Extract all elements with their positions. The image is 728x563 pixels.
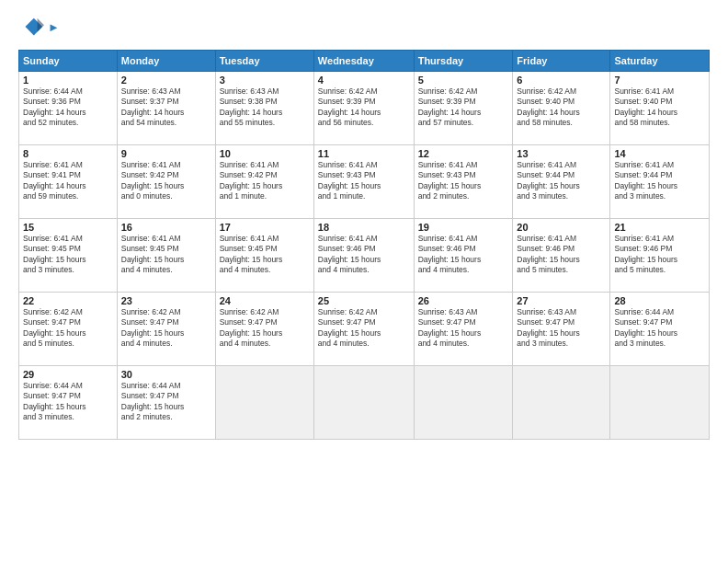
day-info: Sunrise: 6:43 AM Sunset: 9:47 PM Dayligh… [418, 307, 509, 350]
calendar-week-5: 29Sunrise: 6:44 AM Sunset: 9:47 PM Dayli… [19, 366, 710, 440]
day-info: Sunrise: 6:43 AM Sunset: 9:47 PM Dayligh… [517, 307, 606, 350]
day-number: 1 [23, 75, 113, 86]
day-info: Sunrise: 6:42 AM Sunset: 9:47 PM Dayligh… [318, 307, 410, 350]
day-info: Sunrise: 6:43 AM Sunset: 9:37 PM Dayligh… [121, 86, 211, 129]
day-info: Sunrise: 6:41 AM Sunset: 9:46 PM Dayligh… [418, 234, 509, 276]
day-number: 21 [614, 222, 705, 233]
day-number: 24 [220, 295, 310, 306]
calendar-cell: 8Sunrise: 6:41 AM Sunset: 9:41 PM Daylig… [19, 145, 118, 219]
weekday-header-saturday: Saturday [610, 51, 710, 72]
day-info: Sunrise: 6:42 AM Sunset: 9:47 PM Dayligh… [220, 307, 310, 350]
day-info: Sunrise: 6:41 AM Sunset: 9:45 PM Dayligh… [23, 234, 113, 276]
day-info: Sunrise: 6:41 AM Sunset: 9:45 PM Dayligh… [121, 234, 211, 276]
calendar-cell: 24Sunrise: 6:42 AM Sunset: 9:47 PM Dayli… [215, 293, 313, 366]
calendar-cell [610, 366, 710, 440]
day-info: Sunrise: 6:41 AM Sunset: 9:40 PM Dayligh… [614, 86, 705, 129]
day-number: 16 [121, 222, 211, 233]
day-number: 6 [517, 75, 606, 86]
weekday-header-row: SundayMondayTuesdayWednesdayThursdayFrid… [19, 51, 710, 72]
day-number: 13 [517, 148, 606, 159]
day-number: 30 [121, 369, 211, 380]
day-number: 10 [220, 148, 310, 159]
day-number: 28 [614, 295, 705, 306]
day-number: 19 [418, 222, 509, 233]
weekday-header-monday: Monday [117, 51, 215, 72]
calendar-week-1: 1Sunrise: 6:44 AM Sunset: 9:36 PM Daylig… [19, 72, 710, 145]
day-number: 8 [23, 148, 113, 159]
day-number: 11 [318, 148, 410, 159]
calendar-cell: 5Sunrise: 6:42 AM Sunset: 9:39 PM Daylig… [414, 72, 513, 145]
calendar-cell: 6Sunrise: 6:42 AM Sunset: 9:40 PM Daylig… [513, 72, 610, 145]
page: ► SundayMondayTuesdayWednesdayThursdayFr… [0, 0, 728, 563]
calendar-cell: 13Sunrise: 6:41 AM Sunset: 9:44 PM Dayli… [513, 145, 610, 219]
calendar-cell: 21Sunrise: 6:41 AM Sunset: 9:46 PM Dayli… [610, 219, 710, 293]
day-info: Sunrise: 6:42 AM Sunset: 9:39 PM Dayligh… [318, 86, 410, 129]
calendar-week-4: 22Sunrise: 6:42 AM Sunset: 9:47 PM Dayli… [19, 293, 710, 366]
calendar-week-3: 15Sunrise: 6:41 AM Sunset: 9:45 PM Dayli… [19, 219, 710, 293]
day-number: 27 [517, 295, 606, 306]
day-number: 17 [220, 222, 310, 233]
day-number: 14 [614, 148, 705, 159]
calendar-cell: 7Sunrise: 6:41 AM Sunset: 9:40 PM Daylig… [610, 72, 710, 145]
day-number: 20 [517, 222, 606, 233]
header: ► [18, 15, 710, 40]
calendar-cell: 9Sunrise: 6:41 AM Sunset: 9:42 PM Daylig… [117, 145, 215, 219]
logo: ► [18, 15, 60, 40]
calendar-cell: 18Sunrise: 6:41 AM Sunset: 9:46 PM Dayli… [313, 219, 414, 293]
day-number: 22 [23, 295, 113, 306]
calendar-cell: 14Sunrise: 6:41 AM Sunset: 9:44 PM Dayli… [610, 145, 710, 219]
day-info: Sunrise: 6:41 AM Sunset: 9:41 PM Dayligh… [23, 160, 113, 202]
day-info: Sunrise: 6:41 AM Sunset: 9:46 PM Dayligh… [517, 234, 606, 276]
day-number: 7 [614, 75, 705, 86]
calendar-cell [313, 366, 414, 440]
weekday-header-wednesday: Wednesday [313, 51, 414, 72]
day-info: Sunrise: 6:41 AM Sunset: 9:43 PM Dayligh… [318, 160, 410, 202]
day-info: Sunrise: 6:42 AM Sunset: 9:47 PM Dayligh… [23, 307, 113, 350]
day-number: 4 [318, 75, 410, 86]
day-number: 26 [418, 295, 509, 306]
calendar-cell [215, 366, 313, 440]
day-number: 23 [121, 295, 211, 306]
day-info: Sunrise: 6:43 AM Sunset: 9:38 PM Dayligh… [220, 86, 310, 129]
calendar-cell: 30Sunrise: 6:44 AM Sunset: 9:47 PM Dayli… [117, 366, 215, 440]
day-info: Sunrise: 6:44 AM Sunset: 9:47 PM Dayligh… [614, 307, 705, 350]
svg-marker-1 [38, 18, 44, 32]
day-info: Sunrise: 6:41 AM Sunset: 9:46 PM Dayligh… [614, 234, 705, 276]
calendar-cell: 15Sunrise: 6:41 AM Sunset: 9:45 PM Dayli… [19, 219, 118, 293]
calendar-cell: 16Sunrise: 6:41 AM Sunset: 9:45 PM Dayli… [117, 219, 215, 293]
calendar-cell: 17Sunrise: 6:41 AM Sunset: 9:45 PM Dayli… [215, 219, 313, 293]
calendar-cell: 11Sunrise: 6:41 AM Sunset: 9:43 PM Dayli… [313, 145, 414, 219]
day-number: 15 [23, 222, 113, 233]
calendar-cell: 20Sunrise: 6:41 AM Sunset: 9:46 PM Dayli… [513, 219, 610, 293]
calendar-cell: 2Sunrise: 6:43 AM Sunset: 9:37 PM Daylig… [117, 72, 215, 145]
calendar-cell: 26Sunrise: 6:43 AM Sunset: 9:47 PM Dayli… [414, 293, 513, 366]
day-info: Sunrise: 6:42 AM Sunset: 9:40 PM Dayligh… [517, 86, 606, 129]
logo-text: ► [48, 20, 60, 35]
calendar-week-2: 8Sunrise: 6:41 AM Sunset: 9:41 PM Daylig… [19, 145, 710, 219]
calendar-cell: 3Sunrise: 6:43 AM Sunset: 9:38 PM Daylig… [215, 72, 313, 145]
logo-icon [18, 15, 44, 40]
calendar-cell: 19Sunrise: 6:41 AM Sunset: 9:46 PM Dayli… [414, 219, 513, 293]
day-number: 2 [121, 75, 211, 86]
calendar-cell: 29Sunrise: 6:44 AM Sunset: 9:47 PM Dayli… [19, 366, 118, 440]
day-info: Sunrise: 6:41 AM Sunset: 9:45 PM Dayligh… [220, 234, 310, 276]
calendar-cell: 28Sunrise: 6:44 AM Sunset: 9:47 PM Dayli… [610, 293, 710, 366]
day-info: Sunrise: 6:41 AM Sunset: 9:44 PM Dayligh… [517, 160, 606, 202]
day-info: Sunrise: 6:44 AM Sunset: 9:47 PM Dayligh… [23, 381, 113, 423]
weekday-header-friday: Friday [513, 51, 610, 72]
day-info: Sunrise: 6:42 AM Sunset: 9:47 PM Dayligh… [121, 307, 211, 350]
day-number: 5 [418, 75, 509, 86]
calendar-cell: 10Sunrise: 6:41 AM Sunset: 9:42 PM Dayli… [215, 145, 313, 219]
day-number: 18 [318, 222, 410, 233]
weekday-header-sunday: Sunday [19, 51, 118, 72]
calendar-cell: 22Sunrise: 6:42 AM Sunset: 9:47 PM Dayli… [19, 293, 118, 366]
day-info: Sunrise: 6:41 AM Sunset: 9:42 PM Dayligh… [220, 160, 310, 202]
calendar-cell: 12Sunrise: 6:41 AM Sunset: 9:43 PM Dayli… [414, 145, 513, 219]
weekday-header-tuesday: Tuesday [215, 51, 313, 72]
calendar-cell: 4Sunrise: 6:42 AM Sunset: 9:39 PM Daylig… [313, 72, 414, 145]
day-info: Sunrise: 6:42 AM Sunset: 9:39 PM Dayligh… [418, 86, 509, 129]
day-number: 25 [318, 295, 410, 306]
calendar-cell: 27Sunrise: 6:43 AM Sunset: 9:47 PM Dayli… [513, 293, 610, 366]
calendar-table: SundayMondayTuesdayWednesdayThursdayFrid… [18, 50, 710, 440]
day-info: Sunrise: 6:41 AM Sunset: 9:43 PM Dayligh… [418, 160, 509, 202]
